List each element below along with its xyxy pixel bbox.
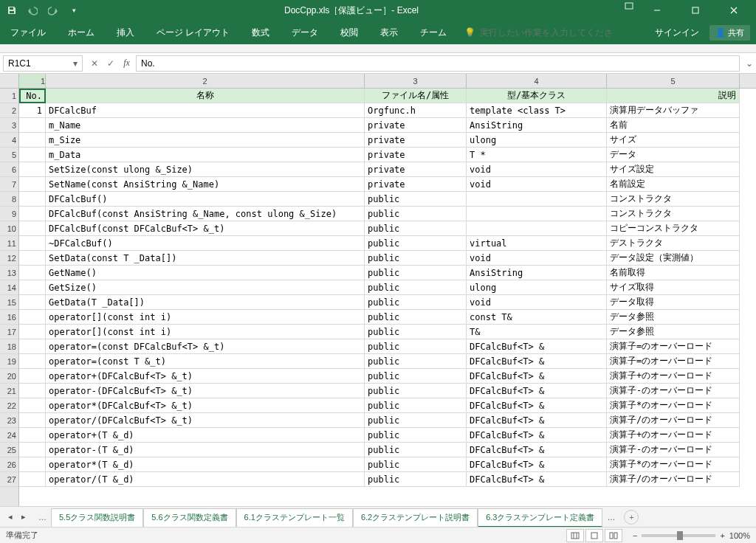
sheet-tab[interactable]: 6.2クラステンプレート説明書 xyxy=(353,508,478,528)
cell[interactable]: void xyxy=(467,251,607,266)
row-number[interactable]: 15 xyxy=(0,295,18,310)
row-number[interactable]: 5 xyxy=(0,148,18,162)
cell[interactable]: 名前設定 xyxy=(607,177,740,192)
cell[interactable]: public xyxy=(365,398,467,413)
cell[interactable]: public xyxy=(365,192,467,207)
cell[interactable]: DFCalcBuf() xyxy=(46,192,365,207)
cell[interactable]: SetName(const AnsiString &_Name) xyxy=(46,177,365,192)
header-cell-no[interactable]: No. xyxy=(19,89,46,103)
row-number[interactable]: 24 xyxy=(0,428,18,443)
cell[interactable]: DFCalcBuf<T> & xyxy=(467,384,607,398)
cell[interactable]: AnsiString xyxy=(467,266,607,280)
cell[interactable] xyxy=(19,192,46,207)
cell[interactable]: サイズ設定 xyxy=(607,162,740,177)
undo-icon[interactable] xyxy=(27,4,38,16)
cell[interactable]: public xyxy=(365,207,467,221)
cell[interactable] xyxy=(19,133,46,148)
cell[interactable]: T * xyxy=(467,148,607,162)
cell[interactable]: 演算子/のオーバーロード xyxy=(607,413,740,428)
cell[interactable]: ulong xyxy=(467,133,607,148)
signin-link[interactable]: サインイン xyxy=(655,27,699,39)
fx-button[interactable]: fx xyxy=(118,55,134,72)
cell[interactable] xyxy=(19,295,46,310)
cell[interactable]: 演算子*のオーバーロード xyxy=(607,398,740,413)
cell[interactable]: public xyxy=(365,428,467,443)
name-box[interactable]: R1C1 ▾ xyxy=(3,55,83,72)
cell[interactable]: 1 xyxy=(19,103,46,118)
row-number[interactable]: 17 xyxy=(0,325,18,339)
cell[interactable]: 演算子-のオーバーロード xyxy=(607,384,740,398)
cell[interactable]: public xyxy=(365,369,467,384)
cell[interactable]: public xyxy=(365,325,467,339)
view-normal-button[interactable] xyxy=(566,529,584,542)
cell[interactable]: デストラクタ xyxy=(607,236,740,251)
row-number[interactable]: 9 xyxy=(0,207,18,221)
cell[interactable]: virtual xyxy=(467,236,607,251)
cell[interactable]: public xyxy=(365,295,467,310)
cell[interactable]: DFCalcBuf<T> & xyxy=(467,472,607,487)
cell[interactable] xyxy=(19,148,46,162)
cell[interactable] xyxy=(19,266,46,280)
cell[interactable]: public xyxy=(365,413,467,428)
cell[interactable]: public xyxy=(365,251,467,266)
cell[interactable]: コンストラクタ xyxy=(607,207,740,221)
cell[interactable] xyxy=(19,384,46,398)
cell[interactable]: 名前 xyxy=(607,118,740,133)
minimize-button[interactable] xyxy=(641,0,673,21)
cell[interactable]: public xyxy=(365,457,467,472)
cell[interactable] xyxy=(19,221,46,236)
cell[interactable] xyxy=(19,472,46,487)
cell[interactable]: データ参照 xyxy=(607,325,740,339)
row-number[interactable]: 10 xyxy=(0,221,18,236)
row-number[interactable]: 4 xyxy=(0,133,18,148)
cell[interactable]: 演算子/のオーバーロード xyxy=(607,472,740,487)
cell[interactable]: DFCalcBuf<T> & xyxy=(467,443,607,457)
cell[interactable]: operator-(DFCalcBuf<T> &_t) xyxy=(46,384,365,398)
row-number[interactable]: 27 xyxy=(0,472,18,487)
cell[interactable] xyxy=(19,177,46,192)
cell[interactable] xyxy=(19,310,46,325)
cell[interactable] xyxy=(19,325,46,339)
ribbon-tab-home[interactable]: ホーム xyxy=(63,22,99,44)
cell[interactable]: DFCalcBuf xyxy=(46,103,365,118)
cell[interactable]: operator*(T &_d) xyxy=(46,457,365,472)
cell[interactable]: m_Size xyxy=(46,133,365,148)
cell[interactable] xyxy=(19,413,46,428)
cell[interactable]: private xyxy=(365,118,467,133)
cell[interactable]: operator=(const DFCalcBuf<T> &_t) xyxy=(46,339,365,354)
chevron-down-icon[interactable]: ▾ xyxy=(73,58,78,69)
ribbon-tab-formulas[interactable]: 数式 xyxy=(247,22,274,44)
tell-me[interactable]: 💡 xyxy=(464,27,613,38)
formula-input[interactable]: No. xyxy=(136,55,740,72)
new-sheet-button[interactable]: + xyxy=(624,510,639,525)
cell[interactable] xyxy=(19,398,46,413)
cell[interactable]: データ xyxy=(607,148,740,162)
col-header[interactable]: 5 xyxy=(607,74,740,88)
cell[interactable]: m_Name xyxy=(46,118,365,133)
cell[interactable]: public xyxy=(365,472,467,487)
ribbon-tab-pagelayout[interactable]: ページ レイアウト xyxy=(152,22,234,44)
cell[interactable]: private xyxy=(365,133,467,148)
cell[interactable]: DFCalcBuf<T> & xyxy=(467,339,607,354)
row-number[interactable]: 6 xyxy=(0,162,18,177)
row-number[interactable]: 1 xyxy=(0,89,18,103)
cell[interactable]: サイズ xyxy=(607,133,740,148)
ribbon-display-icon[interactable] xyxy=(623,0,635,12)
cell[interactable]: ~DFCalcBuf() xyxy=(46,236,365,251)
cell[interactable]: operator=(const T &_t) xyxy=(46,354,365,369)
select-all-corner[interactable] xyxy=(0,74,18,89)
maximize-button[interactable] xyxy=(679,0,712,21)
close-button[interactable] xyxy=(718,0,750,21)
cell[interactable]: 演算子=のオーバーロード xyxy=(607,339,740,354)
cell[interactable]: ulong xyxy=(467,280,607,295)
cell[interactable]: 演算子=のオーバーロード xyxy=(607,354,740,369)
cell[interactable]: DFCalcBuf(const AnsiString &_Name, const… xyxy=(46,207,365,221)
row-number[interactable]: 11 xyxy=(0,236,18,251)
cell[interactable]: public xyxy=(365,354,467,369)
row-number[interactable]: 16 xyxy=(0,310,18,325)
cell[interactable] xyxy=(19,236,46,251)
col-header[interactable]: 2 xyxy=(46,74,365,88)
redo-icon[interactable] xyxy=(47,4,59,16)
cell[interactable]: operator/(DFCalcBuf<T> &_t) xyxy=(46,413,365,428)
row-number[interactable]: 25 xyxy=(0,443,18,457)
